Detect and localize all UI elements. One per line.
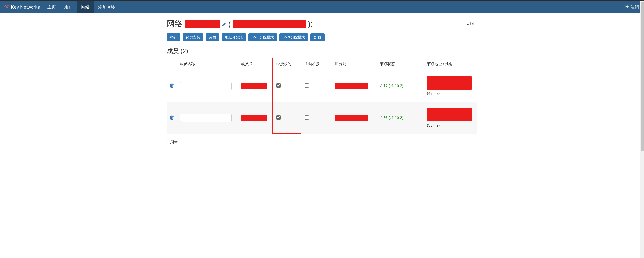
col-address: 节点地址 / 延迟: [424, 58, 477, 70]
title-paren-open: (: [228, 19, 231, 29]
back-button[interactable]: 返回: [463, 20, 477, 28]
redacted-network-name: [184, 20, 220, 28]
member-name-input[interactable]: [180, 114, 232, 122]
col-bridge: 主动桥接: [302, 58, 332, 70]
logout-icon: [625, 5, 629, 10]
brand[interactable]: Key Networks: [3, 1, 43, 13]
brand-label: Key Networks: [11, 5, 40, 10]
logout-link[interactable]: 注销: [622, 1, 641, 13]
edit-name-icon[interactable]: [222, 19, 226, 29]
title-paren-close: ):: [308, 19, 312, 29]
refresh-row: 刷新: [167, 138, 477, 147]
nav-item-2[interactable]: 网络: [77, 1, 94, 13]
table-row: 在线 (v1.10.2)(58 ms): [167, 102, 477, 134]
redacted-member-id: [241, 115, 267, 121]
node-status: 在线 (v1.10.2): [380, 84, 404, 88]
bridge-checkbox[interactable]: [304, 83, 309, 88]
node-latency: (45 ms): [427, 91, 474, 96]
redacted-node-address: [427, 76, 472, 90]
scrollbar-thumb[interactable]: [641, 2, 644, 151]
authorized-checkbox[interactable]: [276, 83, 280, 88]
col-name: 成员名称: [177, 58, 238, 70]
delete-icon[interactable]: [170, 116, 174, 120]
col-ip: IP分配: [332, 58, 377, 70]
tab-button-0[interactable]: 私有: [167, 34, 180, 41]
refresh-button[interactable]: 刷新: [167, 138, 181, 147]
member-name-input[interactable]: [180, 82, 232, 90]
bridge-checkbox[interactable]: [304, 115, 309, 119]
node-latency: (58 ms): [427, 123, 474, 127]
nav-item-3[interactable]: 添加网络: [94, 1, 119, 13]
col-delete: [167, 58, 177, 70]
delete-icon[interactable]: [170, 85, 174, 89]
nav-spacer: [119, 1, 622, 13]
tab-button-6[interactable]: DNS: [310, 34, 324, 41]
page-title-row: 网络 ( ): 返回: [167, 18, 477, 29]
col-authorized: 经授权的: [274, 58, 302, 70]
node-status: 在线 (v1.10.2): [380, 116, 404, 120]
scrollbar-vertical[interactable]: ▴: [640, 1, 644, 258]
col-id: 成员ID: [238, 58, 274, 70]
navbar: Key Networks 主页用户网络添加网络 注销: [0, 1, 644, 13]
members-table: 成员名称 成员ID 经授权的 主动桥接 IP分配 节点状态 节点地址 / 延迟 …: [167, 58, 477, 134]
tab-button-2[interactable]: 路由: [206, 34, 219, 41]
redacted-member-id: [241, 83, 267, 89]
nav-item-1[interactable]: 用户: [60, 1, 77, 13]
brand-logo-icon: [4, 4, 9, 10]
table-row: 在线 (v1.10.2)(45 ms): [167, 70, 477, 102]
redacted-ip: [335, 83, 368, 89]
nav-item-0[interactable]: 主页: [43, 1, 60, 13]
tab-button-1[interactable]: 简易安装: [183, 34, 203, 41]
nav-items: 主页用户网络添加网络: [43, 1, 119, 13]
tab-button-5[interactable]: IPv6 分配模式: [280, 34, 308, 41]
redacted-node-address: [427, 108, 472, 121]
authorized-checkbox[interactable]: [276, 115, 280, 119]
page-title: 网络 ( ):: [167, 18, 312, 29]
logout-label: 注销: [630, 4, 639, 10]
page-content: 网络 ( ): 返回 私有简易安装路由地址分配池IPv4 分配模式IPv6 分配…: [167, 13, 477, 156]
title-prefix: 网络: [167, 18, 183, 29]
tab-button-4[interactable]: IPv4 分配模式: [248, 34, 277, 41]
members-heading: 成员 (2): [167, 47, 477, 55]
col-status: 节点状态: [377, 58, 424, 70]
redacted-ip: [335, 115, 368, 121]
redacted-network-id: [233, 20, 306, 28]
members-table-wrap: 成员名称 成员ID 经授权的 主动桥接 IP分配 节点状态 节点地址 / 延迟 …: [167, 58, 477, 134]
tab-button-3[interactable]: 地址分配池: [222, 34, 246, 41]
section-tabs: 私有简易安装路由地址分配池IPv4 分配模式IPv6 分配模式DNS: [167, 34, 477, 41]
